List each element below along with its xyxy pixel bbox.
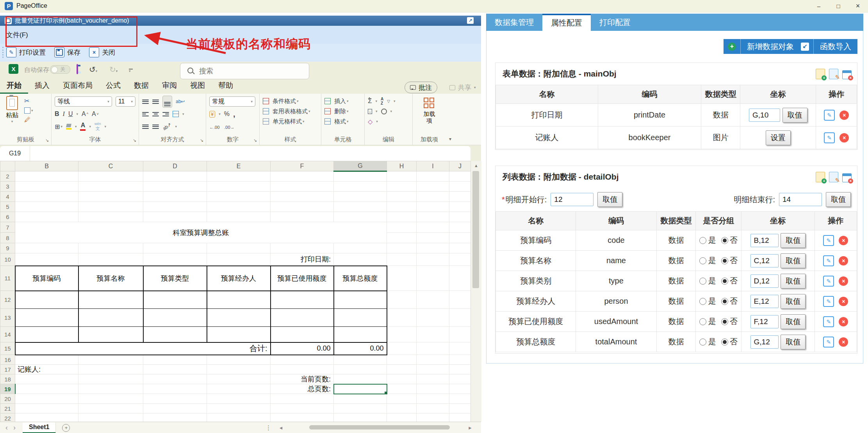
increase-decimal-icon[interactable]: ←.00: [209, 125, 219, 130]
current-page-cell[interactable]: 当前页数:: [271, 374, 334, 384]
coord-input[interactable]: [750, 274, 779, 288]
format-painter-icon[interactable]: 🖉: [24, 116, 33, 123]
row-number[interactable]: 2: [0, 171, 15, 182]
dialog-launcher-icon[interactable]: ↘: [133, 138, 136, 143]
name-box[interactable]: G19: [0, 146, 30, 161]
maximize-button[interactable]: □: [829, 0, 847, 12]
coord-input[interactable]: [750, 295, 779, 308]
delete-row-button[interactable]: ×: [839, 317, 848, 326]
group-no-radio[interactable]: [721, 339, 728, 346]
tab-dataset-management[interactable]: 数据集管理: [486, 14, 542, 31]
file-menu[interactable]: 文件(F): [6, 30, 28, 39]
get-value-button[interactable]: 取值: [781, 274, 806, 289]
float-window-icon[interactable]: ↗: [467, 17, 474, 24]
phonetic-button[interactable]: wén文: [94, 122, 101, 131]
delete-cells-button[interactable]: 删除▾: [334, 108, 349, 115]
coord-input[interactable]: [750, 254, 779, 267]
bold-button[interactable]: B: [55, 110, 59, 118]
next-sheet-icon[interactable]: ›: [13, 424, 16, 432]
group-yes-radio[interactable]: [699, 237, 706, 244]
redo-icon[interactable]: ↻▾: [109, 65, 118, 74]
format-cells-button[interactable]: 格式▾: [334, 118, 349, 125]
row-number[interactable]: 22: [0, 413, 15, 422]
orientation-icon[interactable]: ab↗: [162, 122, 172, 132]
comma-icon[interactable]: ,: [233, 110, 235, 119]
find-select-button[interactable]: [381, 109, 387, 114]
row-number[interactable]: 14: [0, 327, 15, 342]
group-no-radio[interactable]: [721, 257, 728, 264]
group-yes-radio[interactable]: [699, 298, 706, 305]
table-header-cell[interactable]: 预算经办人: [207, 266, 271, 291]
scroll-up-icon[interactable]: ▲: [471, 161, 481, 170]
grow-font-button[interactable]: A^: [82, 110, 88, 118]
group-no-radio[interactable]: [721, 298, 728, 305]
delete-row-button[interactable]: ×: [839, 297, 848, 306]
column-header[interactable]: D: [143, 161, 207, 171]
detail-start-input[interactable]: [551, 193, 594, 206]
conditional-formatting-button[interactable]: 条件格式▾: [273, 98, 299, 105]
row-number[interactable]: 16: [0, 355, 15, 365]
number-format-select[interactable]: 常规▾: [209, 96, 255, 107]
font-color-button[interactable]: A: [80, 122, 86, 131]
table-header-cell[interactable]: 预算编码: [15, 266, 78, 291]
edit-object-icon[interactable]: ✎: [829, 69, 838, 79]
row-number[interactable]: 15: [0, 342, 15, 355]
row-number[interactable]: 9: [0, 243, 15, 253]
edit-row-button[interactable]: ✎: [824, 132, 835, 143]
row-number[interactable]: 7: [0, 222, 15, 233]
underline-button[interactable]: U: [68, 110, 73, 118]
get-value-button[interactable]: 取值: [781, 233, 806, 248]
paste-button[interactable]: 粘贴 ▾: [0, 96, 24, 123]
group-no-radio[interactable]: [721, 278, 728, 285]
dialog-launcher-icon[interactable]: ↘: [253, 138, 257, 143]
column-header-selected[interactable]: G: [334, 161, 387, 171]
decrease-decimal-icon[interactable]: .00→: [224, 125, 234, 130]
tab-data[interactable]: 数据: [127, 80, 155, 94]
undo-icon[interactable]: ↺▾: [89, 65, 97, 74]
tab-home[interactable]: 开始: [0, 80, 28, 94]
edit-row-button[interactable]: ✎: [823, 276, 834, 287]
edit-row-button[interactable]: ✎: [823, 235, 834, 246]
increase-indent-icon[interactable]: [152, 125, 159, 129]
print-date-cell[interactable]: 打印日期:: [271, 253, 334, 266]
edit-row-button[interactable]: ✎: [823, 316, 834, 327]
row-number[interactable]: 10: [0, 253, 15, 266]
accounting-format-icon[interactable]: ¥: [209, 111, 215, 118]
autosave-toggle[interactable]: 关: [50, 65, 70, 74]
prev-sheet-icon[interactable]: ‹: [5, 424, 8, 432]
font-size-select[interactable]: 11▾: [116, 96, 135, 107]
row-number-selected[interactable]: 19: [0, 384, 15, 394]
comments-button[interactable]: 批注: [405, 82, 437, 93]
horizontal-scroll-thumb[interactable]: [309, 425, 450, 429]
add-field-icon[interactable]: +: [816, 172, 825, 182]
function-import-button[interactable]: ↙ 函数导入: [797, 39, 857, 54]
column-header[interactable]: E: [207, 161, 271, 171]
print-settings-button[interactable]: ✎ 打印设置: [6, 46, 46, 59]
collapse-ribbon-icon[interactable]: ▾: [446, 136, 457, 145]
total-label-cell[interactable]: 合计:: [15, 342, 271, 355]
get-value-button[interactable]: 取值: [597, 192, 622, 207]
table-header-cell[interactable]: 预算类型: [143, 266, 207, 291]
column-header[interactable]: F: [271, 161, 334, 171]
get-value-button[interactable]: 取值: [781, 335, 806, 349]
column-header[interactable]: J: [449, 161, 471, 171]
row-number[interactable]: 6: [0, 212, 15, 222]
table-header-cell[interactable]: 预算名称: [78, 266, 143, 291]
group-yes-radio[interactable]: [699, 278, 706, 285]
tab-insert[interactable]: 插入: [28, 80, 56, 94]
scroll-right-icon[interactable]: ►: [468, 425, 472, 431]
row-number[interactable]: 20: [0, 394, 15, 404]
vertical-scroll-thumb[interactable]: [472, 171, 479, 288]
select-all-corner[interactable]: [0, 161, 15, 171]
table-header-cell[interactable]: 预算总额度: [334, 266, 387, 291]
tab-formulas[interactable]: 公式: [99, 80, 127, 94]
get-value-button[interactable]: 取值: [781, 294, 806, 309]
row-number[interactable]: 12: [0, 291, 15, 309]
group-no-radio[interactable]: [721, 318, 728, 325]
get-value-button[interactable]: 取值: [781, 314, 806, 329]
bookkeeper-cell[interactable]: 记账人:: [15, 365, 78, 374]
insert-cells-button[interactable]: 插入▾: [334, 98, 349, 105]
borders-button[interactable]: ⊞▾: [55, 123, 62, 130]
row-number[interactable]: 13: [0, 309, 15, 327]
row-number[interactable]: 8: [0, 233, 15, 243]
